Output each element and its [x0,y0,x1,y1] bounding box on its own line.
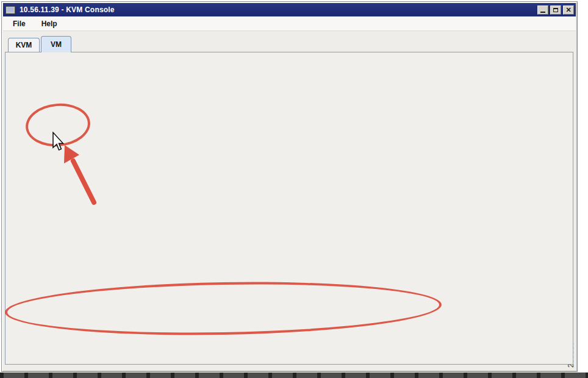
minimize-button[interactable] [537,5,548,15]
screenshot-stage: 10.56.11.39 - KVM Console ✕ File Help KV… [0,0,588,378]
close-icon: ✕ [565,7,571,13]
title-bar[interactable]: 10.56.11.39 - KVM Console ✕ [3,3,576,16]
tab-vm[interactable]: VM [41,36,71,52]
minimize-icon [540,9,545,13]
maximize-icon [553,8,558,12]
tab-kvm-label: KVM [16,41,32,49]
window-title: 10.56.11.39 - KVM Console [20,5,115,14]
menu-help[interactable]: Help [41,20,57,28]
app-monitor-icon [5,6,15,14]
close-button[interactable]: ✕ [563,5,574,15]
menu-file[interactable]: File [13,20,26,28]
maximize-button[interactable] [550,5,561,15]
menu-bar: File Help [3,16,576,31]
tab-kvm[interactable]: KVM [8,38,40,52]
tab-vm-label: VM [51,40,62,49]
bottom-crop-strip [0,373,588,378]
vm-tab-panel [5,52,573,365]
